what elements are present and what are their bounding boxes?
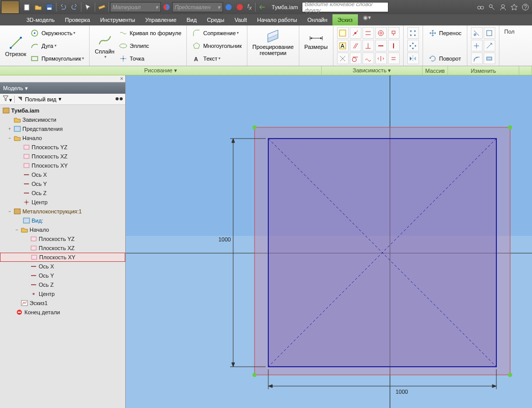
stretch-icon[interactable] bbox=[484, 52, 495, 64]
tree-deps[interactable]: Зависимости bbox=[0, 115, 125, 124]
tree-axis-y2[interactable]: Ось Y bbox=[0, 271, 125, 280]
split-icon[interactable] bbox=[471, 40, 483, 51]
key-icon[interactable] bbox=[487, 2, 497, 12]
menu-environments[interactable]: Среды bbox=[202, 14, 229, 25]
menu-sketch[interactable]: Эскиз bbox=[332, 14, 357, 25]
tree-sketch1[interactable]: Эскиз1 bbox=[0, 298, 125, 308]
line-button[interactable]: Отрезок bbox=[3, 26, 28, 65]
panel-array[interactable]: Массив bbox=[423, 66, 448, 75]
graphics-canvas[interactable]: 1000 1000 bbox=[126, 75, 532, 408]
constraint-show-icon[interactable] bbox=[337, 27, 349, 39]
fullview-label[interactable]: Полный вид bbox=[25, 96, 57, 102]
trim-icon[interactable] bbox=[471, 27, 483, 39]
menu-getstarted[interactable]: Начало работы bbox=[252, 14, 302, 25]
tree-plane-yz[interactable]: Плоскость YZ bbox=[0, 143, 125, 152]
mirror-icon[interactable] bbox=[407, 52, 419, 64]
tree-plane-xz[interactable]: Плоскость XZ bbox=[0, 152, 125, 161]
rectangle-button[interactable]: Прямоугольник▾ bbox=[28, 53, 86, 64]
tree-origin2[interactable]: −Начало bbox=[0, 225, 125, 234]
find-prev-icon[interactable] bbox=[17, 96, 23, 103]
browser-header[interactable]: Модель ▾ bbox=[0, 83, 125, 94]
move-button[interactable]: Перенос bbox=[426, 28, 464, 38]
circle-button[interactable]: Окружность▾ bbox=[28, 28, 77, 38]
menu-view[interactable]: Вид bbox=[182, 14, 202, 25]
menu-tools[interactable]: Инструменты bbox=[95, 14, 141, 25]
qat-new-icon[interactable] bbox=[22, 2, 32, 12]
constraint-auto-icon[interactable]: A bbox=[337, 40, 349, 51]
tree-plane-xz2[interactable]: Плоскость XZ bbox=[0, 243, 125, 253]
tree-views[interactable]: +Представления bbox=[0, 124, 125, 133]
extend-icon[interactable] bbox=[484, 27, 495, 39]
ellipse-button[interactable]: Эллипс bbox=[117, 41, 151, 51]
qat-redo-icon[interactable] bbox=[69, 2, 79, 12]
menu-manage[interactable]: Управление bbox=[140, 14, 181, 25]
tree-axis-z[interactable]: Ось Z bbox=[0, 188, 125, 198]
qat-open-icon[interactable] bbox=[33, 2, 43, 12]
help-icon[interactable]: ? bbox=[520, 2, 530, 12]
project-geometry-button[interactable]: Проецирование геометрии bbox=[250, 26, 296, 57]
tree-axis-y[interactable]: Ось Y bbox=[0, 179, 125, 188]
qat-save-icon[interactable] bbox=[44, 2, 54, 12]
parallel-icon[interactable] bbox=[350, 40, 361, 51]
menu-online[interactable]: Онлайн bbox=[302, 14, 332, 25]
tree-plane-yz2[interactable]: Плоскость YZ bbox=[0, 234, 125, 243]
spline-button[interactable]: Сплайн▾ bbox=[93, 26, 117, 65]
constraint-settings-icon[interactable] bbox=[337, 52, 349, 64]
perpendicular-icon[interactable] bbox=[362, 40, 374, 51]
scale-icon[interactable] bbox=[484, 40, 495, 51]
material-combo[interactable]: Материал▾ bbox=[110, 2, 161, 12]
qat-undo-icon[interactable] bbox=[58, 2, 68, 12]
dimension-button[interactable]: Размеры bbox=[302, 26, 330, 51]
equation-curve-button[interactable]: Кривая по формуле bbox=[117, 28, 183, 38]
search-input[interactable]: Введите ключевое слово/фразу bbox=[302, 2, 388, 12]
point-button[interactable]: Точка bbox=[117, 53, 147, 64]
tree-metal[interactable]: −Металлоконструкция:1 bbox=[0, 207, 125, 216]
tree-endpart[interactable]: Конец детали bbox=[0, 308, 125, 317]
tree-plane-xy[interactable]: Плоскость XY bbox=[0, 161, 125, 170]
binoculars-icon[interactable] bbox=[115, 96, 123, 103]
fillet-button[interactable]: Сопряжение▾ bbox=[190, 28, 241, 38]
rotate-button[interactable]: Поворот bbox=[426, 53, 463, 64]
qat-color1-icon[interactable] bbox=[223, 2, 234, 12]
favorite-icon[interactable] bbox=[509, 2, 519, 12]
tree-axis-x2[interactable]: Ось X bbox=[0, 262, 125, 271]
polygon-button[interactable]: Многоугольник bbox=[190, 41, 243, 51]
circ-array-icon[interactable] bbox=[407, 40, 419, 51]
arc-button[interactable]: Дуга▾ bbox=[28, 41, 58, 51]
close-icon[interactable]: × bbox=[118, 75, 125, 82]
filter-icon[interactable]: ▾ bbox=[2, 95, 12, 103]
horizontal-icon[interactable] bbox=[375, 40, 387, 51]
coincident-icon[interactable] bbox=[350, 27, 361, 39]
collinear-icon[interactable] bbox=[362, 27, 374, 39]
tree-plane-xy2[interactable]: Плоскость XY bbox=[0, 253, 125, 262]
panel-constraint[interactable]: Зависимость ▾ bbox=[322, 66, 423, 75]
tree-root[interactable]: Тумба.iam bbox=[0, 106, 125, 115]
qat-color2-icon[interactable] bbox=[235, 2, 245, 12]
app-logo[interactable] bbox=[1, 1, 19, 14]
menu-extra-icon[interactable]: ◉▾ bbox=[363, 14, 371, 25]
panel-draw[interactable]: Рисование ▾ bbox=[0, 66, 322, 75]
equal-icon[interactable] bbox=[388, 52, 400, 64]
tree-axis-z2[interactable]: Ось Z bbox=[0, 280, 125, 289]
qat-return-icon[interactable] bbox=[257, 2, 267, 12]
fix-icon[interactable] bbox=[388, 27, 400, 39]
offset-icon[interactable] bbox=[471, 52, 483, 64]
qat-measure-icon[interactable] bbox=[97, 2, 107, 12]
binoculars-icon[interactable] bbox=[475, 2, 486, 12]
panel-modify[interactable]: Изменить bbox=[448, 66, 519, 75]
appearance-combo[interactable]: Представлен▾ bbox=[172, 2, 223, 12]
tree-viewcolon[interactable]: Вид: bbox=[0, 216, 125, 225]
tree-axis-x[interactable]: Ось X bbox=[0, 170, 125, 179]
signin-icon[interactable] bbox=[498, 2, 508, 12]
tree-origin[interactable]: −Начало bbox=[0, 133, 125, 143]
tree-center2[interactable]: Центр bbox=[0, 289, 125, 298]
concentric-icon[interactable] bbox=[375, 27, 387, 39]
tangent-icon[interactable] bbox=[350, 52, 361, 64]
menu-3dmodel[interactable]: 3D-модель bbox=[21, 14, 60, 25]
rect-array-icon[interactable] bbox=[407, 27, 419, 39]
tree-center[interactable]: Центр bbox=[0, 198, 125, 207]
menu-vault[interactable]: Vault bbox=[230, 14, 252, 25]
qat-select-icon[interactable] bbox=[83, 2, 93, 12]
vertical-icon[interactable] bbox=[388, 40, 400, 51]
appearance-icon[interactable] bbox=[161, 2, 172, 12]
